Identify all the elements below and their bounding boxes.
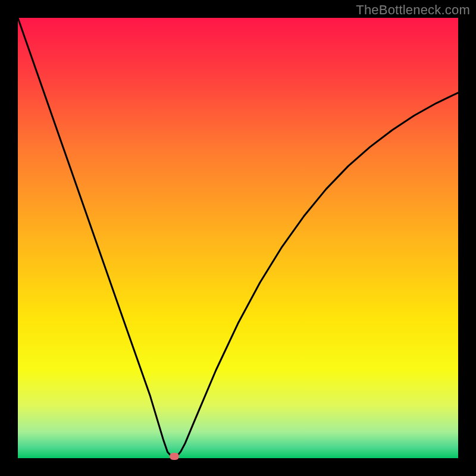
gradient-background (18, 18, 458, 458)
chart-svg (18, 18, 458, 458)
optimum-marker (170, 453, 179, 460)
chart-frame: TheBottleneck.com (0, 0, 476, 476)
watermark-text: TheBottleneck.com (356, 2, 470, 18)
plot-area (18, 18, 458, 458)
